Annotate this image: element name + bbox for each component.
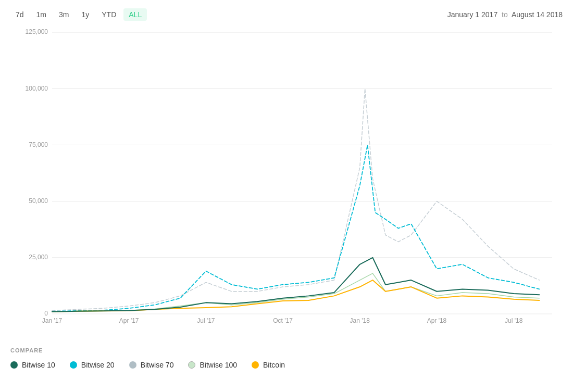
chart-area (10, 27, 563, 335)
btn-3m[interactable]: 3m (54, 8, 74, 21)
btn-ytd[interactable]: YTD (96, 8, 121, 21)
legend-label-bitcoin: Bitcoin (263, 361, 285, 369)
btn-all[interactable]: ALL (123, 8, 147, 21)
btn-7d[interactable]: 7d (10, 8, 29, 21)
legend-label-bitwise100: Bitwise 100 (200, 361, 237, 369)
date-from: January 1 2017 (447, 10, 498, 19)
btn-1y[interactable]: 1y (76, 8, 94, 21)
btn-1m[interactable]: 1m (31, 8, 52, 21)
legend-bitwise10: Bitwise 10 (10, 361, 55, 369)
compare-label: COMPARE (10, 347, 563, 353)
compare-section: COMPARE Bitwise 10 Bitwise 20 Bitwise 70… (10, 340, 563, 392)
legend-label-bitwise10: Bitwise 10 (22, 361, 55, 369)
legend-dot-bitwise70 (129, 361, 136, 369)
legend-label-bitwise70: Bitwise 70 (141, 361, 174, 369)
legend-dot-bitwise20 (70, 361, 77, 369)
date-range: January 1 2017 to August 14 2018 (447, 10, 563, 19)
legend-bitwise100: Bitwise 100 (188, 361, 237, 369)
header: 7d 1m 3m 1y YTD ALL January 1 2017 to Au… (10, 0, 563, 27)
legend-bitcoin: Bitcoin (252, 361, 285, 369)
legend: Bitwise 10 Bitwise 20 Bitwise 70 Bitwise… (10, 361, 563, 369)
legend-bitwise20: Bitwise 20 (70, 361, 115, 369)
legend-dot-bitcoin (252, 361, 259, 369)
date-to: August 14 2018 (512, 10, 563, 19)
main-container: 7d 1m 3m 1y YTD ALL January 1 2017 to Au… (0, 0, 573, 392)
legend-dot-bitwise10 (10, 361, 18, 369)
time-buttons: 7d 1m 3m 1y YTD ALL (10, 8, 147, 21)
legend-label-bitwise20: Bitwise 20 (81, 361, 115, 369)
legend-dot-bitwise100 (188, 361, 195, 369)
legend-bitwise70: Bitwise 70 (129, 361, 174, 369)
chart-canvas (10, 27, 563, 335)
date-to-word: to (502, 10, 508, 19)
